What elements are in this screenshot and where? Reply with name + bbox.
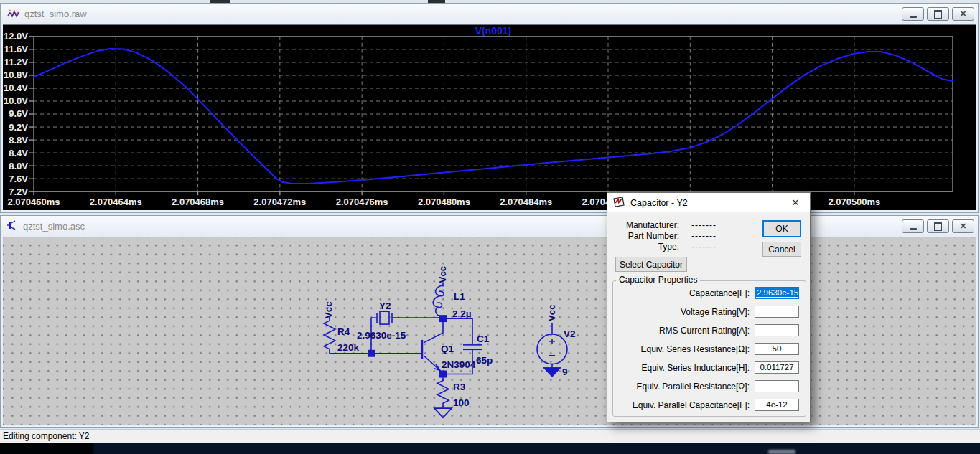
waveform-window: qztst_simo.raw ✕ V(n001) 12.0V11.6V11.2V… (0, 3, 979, 213)
restore-button[interactable] (927, 219, 949, 233)
group-title: Capacitor Properties (616, 275, 700, 285)
y-tick-label: 10.0V (4, 96, 28, 107)
part-number-label: Part Number: (611, 231, 679, 241)
x-tick-label: 2.070464ms (90, 197, 142, 207)
ltspice-logo-icon (613, 197, 625, 209)
waveform-file-icon (7, 8, 19, 21)
component-ref[interactable]: R3 (453, 382, 465, 392)
component-R4[interactable]: Vcc R4 220k (323, 301, 421, 354)
component-value[interactable]: 65p (476, 355, 493, 366)
taskbar-fragment[interactable] (0, 443, 980, 454)
ground-symbol (543, 368, 561, 377)
y-tick-label: 10.4V (4, 82, 28, 93)
waveform-window-title: qztst_simo.raw (24, 9, 87, 19)
x-tick-label: 2.070500ms (828, 197, 880, 207)
net-label-vcc[interactable]: Vcc (437, 265, 448, 283)
y-tick-label: 11.2V (4, 57, 29, 67)
voltage-rating-input[interactable] (755, 306, 799, 318)
capacitance-input[interactable]: 2.9630e-15 (755, 287, 799, 299)
component-ref[interactable]: V2 (564, 328, 575, 339)
y-tick-label: 8.8V (9, 135, 28, 146)
series-inductance-label: Equiv. Series Inductance[H]: (607, 361, 750, 374)
y-tick-label: 11.6V (4, 44, 29, 55)
parallel-capacitance-label: Equiv. Parallel Capacitance[F]: (607, 399, 750, 412)
component-value[interactable]: 2.2µ (452, 308, 472, 319)
trace-V(n001)[interactable] (34, 49, 953, 184)
rms-current-label: RMS Current Rating[A]: (607, 324, 750, 337)
y-tick-label: 7.6V (9, 174, 28, 184)
x-tick-label: 2.070480ms (418, 197, 470, 207)
capacitor-dialog: Capacitor - Y2 ✕ Manufacturer: ------- P… (607, 192, 811, 422)
type-label: Type: (611, 242, 679, 252)
schematic-window: qztst_simo.asc ✕ Vcc R4 220k (0, 215, 979, 428)
select-capacitor-button[interactable]: Select Capacitor (615, 257, 687, 272)
component-value[interactable]: 2N3904 (442, 359, 476, 370)
x-tick-label: 2.070460ms (8, 197, 60, 207)
close-button[interactable]: ✕ (952, 7, 974, 21)
component-value[interactable]: 100 (453, 397, 470, 408)
x-tick-label: 2.070484ms (500, 197, 552, 207)
dialog-titlebar[interactable]: Capacitor - Y2 ✕ (607, 193, 810, 212)
waveform-plot[interactable]: V(n001) 12.0V11.6V11.2V10.8V10.4V10.0V9.… (3, 24, 976, 210)
rms-current-input[interactable] (755, 324, 799, 336)
minimize-button[interactable] (902, 7, 924, 21)
component-value[interactable]: 2.9630e-15 (357, 330, 406, 341)
schematic-canvas[interactable]: Vcc R4 220k Y2 2.9630e-15 (3, 237, 976, 425)
ltspice-app: qztst_simo.raw ✕ V(n001) 12.0V11.6V11.2V… (0, 0, 980, 454)
capacitance-label: Capacitance[F]: (607, 287, 750, 300)
schematic-window-title: qztst_simo.asc (23, 221, 85, 232)
dialog-close-icon[interactable]: ✕ (781, 193, 810, 212)
x-tick-label: 2.070472ms (253, 197, 306, 207)
status-bar: Editing component: Y2 (0, 429, 980, 443)
manufacturer-label: Manufacturer: (611, 220, 679, 230)
y-tick-label: 9.6V (9, 109, 28, 120)
parallel-resistance-input[interactable] (755, 380, 799, 392)
component-ref[interactable]: L1 (454, 291, 465, 302)
net-label-vcc[interactable]: Vcc (323, 301, 334, 318)
voltage-rating-label: Voltage Rating[V]: (607, 306, 750, 318)
wire-junction (439, 371, 447, 378)
x-tick-label: 2.070468ms (172, 197, 224, 207)
waveform-window-titlebar[interactable]: qztst_simo.raw ✕ (1, 4, 978, 24)
type-value: ------- (691, 242, 717, 252)
y-tick-label: 10.8V (4, 70, 28, 80)
parallel-resistance-label: Equiv. Parallel Resistance[Ω]: (607, 380, 750, 393)
component-Y2[interactable]: Y2 2.9630e-15 (357, 301, 440, 353)
y-tick-label: 12.0V (4, 31, 28, 42)
dialog-title: Capacitor - Y2 (630, 198, 688, 208)
component-ref[interactable]: C1 (477, 334, 490, 344)
manufacturer-value: ------- (691, 220, 717, 230)
component-value[interactable]: 9 (562, 366, 568, 377)
part-number-value: ------- (691, 231, 717, 241)
component-L1[interactable]: Vcc L1 2.2µ (433, 265, 471, 319)
component-ref[interactable]: Y2 (379, 301, 391, 311)
component-R3[interactable]: R3 100 (434, 378, 470, 418)
trace-name-label[interactable]: V(n001) (475, 25, 512, 37)
parallel-capacitance-input[interactable]: 4e-12 (755, 399, 799, 411)
series-resistance-label: Equiv. Series Resistance[Ω]: (607, 343, 750, 356)
minimize-button[interactable] (902, 219, 924, 233)
component-value[interactable]: 220k (337, 342, 360, 353)
ok-button[interactable]: OK (762, 220, 801, 237)
restore-button[interactable] (927, 7, 949, 21)
component-V2[interactable]: Vcc V2 9 (537, 304, 575, 377)
schematic-window-titlebar[interactable]: qztst_simo.asc ✕ (1, 216, 978, 237)
close-button[interactable]: ✕ (952, 219, 974, 233)
taskbar-clock-fragment (768, 450, 795, 454)
y-tick-label: 7.2V (9, 186, 28, 197)
series-resistance-input[interactable]: 50 (755, 343, 799, 355)
x-tick-label: 2.070476ms (336, 197, 388, 207)
net-label-vcc[interactable]: Vcc (546, 304, 557, 321)
schematic-file-icon (7, 220, 18, 233)
cancel-button[interactable]: Cancel (762, 242, 801, 257)
y-tick-label: 8.0V (9, 161, 28, 171)
component-ref[interactable]: Q1 (441, 344, 454, 354)
y-tick-label: 8.4V (9, 148, 28, 159)
wire-junction (439, 315, 447, 322)
component-ref[interactable]: R4 (337, 326, 350, 337)
ground-symbol (434, 408, 452, 417)
series-inductance-input[interactable]: 0.011727 (755, 361, 799, 374)
y-tick-label: 9.2V (9, 122, 28, 133)
